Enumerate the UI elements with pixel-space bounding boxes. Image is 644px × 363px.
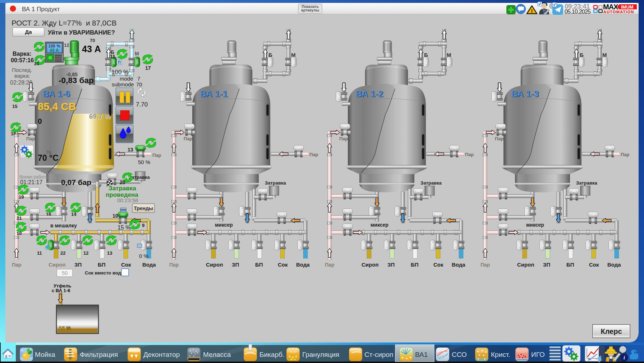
svg-text:00:23:58: 00:23:58 <box>117 197 138 203</box>
svg-text:Варка:: Варка: <box>13 51 31 57</box>
svg-text:Бикарб.: Бикарб. <box>259 351 284 358</box>
svg-text:20: 20 <box>120 180 125 185</box>
svg-text:Тренды: Тренды <box>134 205 153 211</box>
svg-text:РОСТ 2. Жду L=77% и 87,0СВ: РОСТ 2. Жду L=77% и 87,0СВ <box>12 19 116 27</box>
svg-text:14: 14 <box>71 212 77 217</box>
svg-text:01:21:17: 01:21:17 <box>20 179 42 185</box>
svg-text:БП: БП <box>566 262 574 268</box>
svg-text:Затравка: Затравка <box>420 180 442 186</box>
svg-text:Затравка: Затравка <box>576 180 597 186</box>
svg-text:0: 0 <box>38 117 42 125</box>
svg-text:Пар: Пар <box>621 152 630 157</box>
svg-text:17: 17 <box>145 65 151 71</box>
svg-text:70 °C: 70 °C <box>38 153 59 163</box>
svg-text:50: 50 <box>62 270 68 276</box>
svg-text:Б: Б <box>424 52 428 58</box>
svg-text:БП: БП <box>411 262 419 268</box>
svg-text:Пар: Пар <box>12 262 21 268</box>
svg-text:БП: БП <box>98 262 106 268</box>
svg-text:М: М <box>602 52 607 58</box>
svg-text:Пар: Пар <box>339 136 348 141</box>
svg-text:ССО: ССО <box>452 351 467 358</box>
svg-text:ЗП: ЗП <box>387 262 395 268</box>
svg-text:13: 13 <box>107 250 112 256</box>
svg-text:ВА1: ВА1 <box>415 351 428 358</box>
svg-text:10: 10 <box>112 213 118 219</box>
svg-text:М: М <box>291 52 296 58</box>
svg-text:Пар: Пар <box>184 136 193 141</box>
svg-text:10: 10 <box>17 231 22 236</box>
svg-text:Пар: Пар <box>309 152 318 157</box>
svg-text:Б: Б <box>580 52 584 58</box>
svg-text:Вода: Вода <box>607 262 621 268</box>
svg-text:Послед.: Послед. <box>12 67 32 73</box>
svg-text:Сироп: Сироп <box>517 262 534 268</box>
svg-text:Пар: Пар <box>152 153 161 158</box>
svg-text:submode: submode <box>112 81 134 87</box>
svg-text:Крист.: Крист. <box>491 351 510 358</box>
svg-text:ВА 1-1: ВА 1-1 <box>200 89 227 99</box>
svg-text:7.70: 7.70 <box>136 101 148 108</box>
svg-text:-0,83 бар: -0,83 бар <box>59 76 94 85</box>
svg-text:М: М <box>135 51 139 56</box>
svg-text:70: 70 <box>90 38 95 43</box>
svg-text:Пар: Пар <box>325 262 334 268</box>
svg-text:ВА 1-3: ВА 1-3 <box>511 89 539 99</box>
svg-text:!: ! <box>531 8 533 14</box>
svg-text:миксер: миксер <box>526 222 544 228</box>
svg-text:Сироп: Сироп <box>362 262 378 268</box>
svg-text:43 А: 43 А <box>82 44 101 54</box>
svg-text:артикулы: артикулы <box>301 8 319 12</box>
svg-text:16 %: 16 % <box>59 325 71 331</box>
svg-text:Ст-сироп: Ст-сироп <box>364 351 393 358</box>
svg-text:15: 15 <box>12 104 17 109</box>
svg-text:Время работы: Время работы <box>19 174 48 180</box>
svg-text:в мешалку: в мешалку <box>50 223 77 228</box>
svg-text:Грануляция: Грануляция <box>302 351 339 358</box>
svg-text:0 %: 0 % <box>139 253 148 259</box>
svg-text:15 %: 15 % <box>118 224 130 231</box>
svg-text:11: 11 <box>37 250 42 256</box>
svg-text:Меласса: Меласса <box>203 351 231 358</box>
svg-text:ВА 1-2: ВА 1-2 <box>356 89 383 99</box>
svg-text:11: 11 <box>110 54 115 59</box>
svg-text:Вода: Вода <box>142 262 156 268</box>
svg-text:AUTOMATION: AUTOMATION <box>603 10 634 14</box>
svg-text:0,07 бар: 0,07 бар <box>61 178 91 186</box>
svg-text:12: 12 <box>83 250 88 256</box>
svg-text:Пар: Пар <box>465 152 474 157</box>
svg-text:варка:: варка: <box>14 73 30 79</box>
svg-text:ВА 1-6: ВА 1-6 <box>43 89 70 99</box>
svg-text:05.10.2025: 05.10.2025 <box>565 9 591 15</box>
svg-text:23: 23 <box>34 61 39 66</box>
svg-text:Затравка: Затравка <box>265 180 286 186</box>
svg-text:Сок: Сок <box>121 262 131 268</box>
svg-text:Клерс: Клерс <box>601 327 622 335</box>
svg-text:13: 13 <box>128 147 133 153</box>
svg-text:М: М <box>447 52 451 58</box>
svg-text:БП: БП <box>255 262 263 268</box>
svg-text:43 А: 43 А <box>50 48 59 53</box>
svg-text:П: П <box>118 60 120 64</box>
svg-text:миксер: миксер <box>371 222 388 228</box>
svg-text:Сок вместо воды: Сок вместо воды <box>85 270 125 276</box>
svg-text:ЗП: ЗП <box>74 262 82 268</box>
svg-text:i: i <box>624 355 625 360</box>
svg-text:Б: Б <box>268 52 272 58</box>
svg-text:100 %: 100 % <box>111 69 129 76</box>
svg-text:69,7 %: 69,7 % <box>89 113 110 120</box>
svg-text:7: 7 <box>137 76 140 82</box>
svg-text:00:57:16: 00:57:16 <box>11 57 34 63</box>
svg-text:Вода: Вода <box>296 262 310 268</box>
svg-text:Вода: Вода <box>452 262 465 268</box>
svg-text:миксер: миксер <box>215 222 233 228</box>
svg-text:19: 19 <box>19 194 24 200</box>
svg-text:ИГО: ИГО <box>531 351 545 358</box>
svg-text:Сок: Сок <box>433 262 443 268</box>
svg-text:70: 70 <box>136 81 142 87</box>
svg-text:Мойка: Мойка <box>35 351 55 358</box>
svg-text:21: 21 <box>17 215 22 221</box>
svg-text:85,4 СВ: 85,4 СВ <box>38 101 76 112</box>
svg-text:22: 22 <box>60 250 65 256</box>
svg-text:Затравка: Затравка <box>109 185 136 192</box>
